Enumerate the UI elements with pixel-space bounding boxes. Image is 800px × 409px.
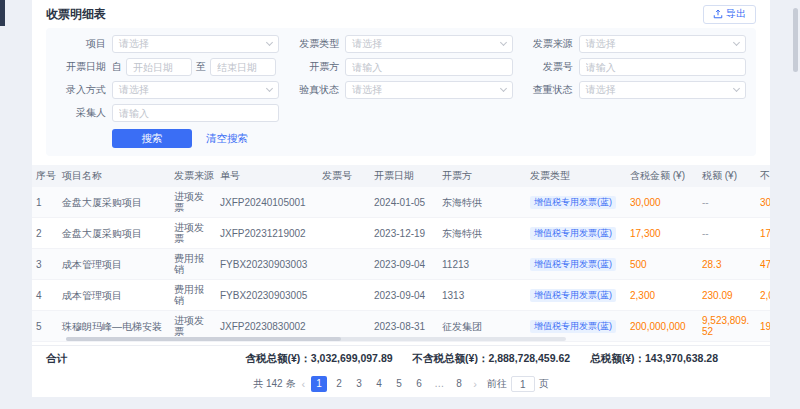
table-row[interactable]: 1金盘大厦采购项目进项发票JXFP202401050012024-01-05东海… <box>32 187 770 218</box>
collector-input[interactable] <box>112 104 279 122</box>
cell-amount: 200,000,000 <box>626 311 698 342</box>
verify-status-select[interactable]: 请选择 <box>345 81 512 99</box>
start-date-input[interactable] <box>126 58 192 76</box>
column-header-source: 发票来源 <box>170 165 216 187</box>
date-from-text: 自 <box>112 60 122 74</box>
horizontal-scrollbar-thumb[interactable] <box>66 337 341 341</box>
column-header-project: 项目名称 <box>58 165 170 187</box>
goto-page-input[interactable] <box>511 376 535 392</box>
entry-method-select[interactable]: 请选择 <box>112 81 279 99</box>
cell-net: 17,300 <box>756 218 770 249</box>
invoice-no-label: 发票号 <box>523 60 573 74</box>
cell-amount: 500 <box>626 249 698 280</box>
vertical-scrollbar-thumb[interactable] <box>793 8 798 72</box>
filter-dup-status: 查重状态 请选择 <box>523 81 746 99</box>
cell-order: FYBX20230903005 <box>216 280 318 311</box>
cell-tax: -- <box>698 218 756 249</box>
horizontal-scrollbar[interactable] <box>66 337 566 341</box>
page-button[interactable]: 6 <box>411 376 427 392</box>
column-header-tax: 税额 (¥) <box>698 165 756 187</box>
cell-invoice_no <box>318 218 370 249</box>
page-title: 收票明细表 <box>46 6 106 23</box>
goto-page: 前往 页 <box>487 376 549 392</box>
filter-entry-method: 录入方式 请选择 <box>56 81 279 99</box>
table-row[interactable]: 2金盘大厦采购项目进项发票JXFP202312190022023-12-19东海… <box>32 218 770 249</box>
chevron-down-icon <box>500 39 507 46</box>
chevron-down-icon <box>266 39 273 46</box>
pagination: 共 142 条 ‹ 123456…8 › 前往 页 <box>32 371 770 397</box>
cell-net: 471.7 <box>756 249 770 280</box>
vertical-scrollbar[interactable] <box>793 0 799 409</box>
clear-search-button[interactable]: 清空搜索 <box>206 132 248 146</box>
invoice-type-badge: 增值税专用发票(蓝) <box>530 289 616 302</box>
cell-date: 2023-09-04 <box>370 249 438 280</box>
dup-status-select[interactable]: 请选择 <box>579 81 746 99</box>
pager: 123456…8 <box>311 376 467 392</box>
filter-verify-status: 验真状态 请选择 <box>289 81 512 99</box>
dup-status-label: 查重状态 <box>523 83 573 97</box>
main-panel: 收票明细表 导出 项目 请选择 发票类型 请选择 <box>32 0 770 397</box>
cell-project: 成本管理项目 <box>58 280 170 311</box>
cell-source: 费用报销 <box>170 249 216 280</box>
issuer-label: 开票方 <box>289 60 339 74</box>
export-icon <box>713 9 723 19</box>
cell-amount: 2,300 <box>626 280 698 311</box>
entry-method-label: 录入方式 <box>56 83 106 97</box>
excl-tax-total: 不含税总额(¥)：2,888,728,459.62 <box>413 352 571 366</box>
filter-form: 项目 请选择 发票类型 请选择 发票来源 请选择 <box>56 35 746 122</box>
table-row[interactable]: 3成本管理项目费用报销FYBX202309030032023-09-041121… <box>32 249 770 280</box>
column-header-net: 不含税金额 (¥) <box>756 165 770 187</box>
end-date-input[interactable] <box>210 58 276 76</box>
cell-no: 2 <box>32 218 58 249</box>
cell-source: 费用报销 <box>170 280 216 311</box>
issuer-input[interactable] <box>345 58 512 76</box>
project-select[interactable]: 请选择 <box>112 35 279 53</box>
cell-amount: 17,300 <box>626 218 698 249</box>
column-header-order: 单号 <box>216 165 318 187</box>
next-page-button[interactable]: › <box>473 376 477 392</box>
invoice-type-select[interactable]: 请选择 <box>345 35 512 53</box>
filter-invoice-source: 发票来源 请选择 <box>523 35 746 53</box>
filter-invoice-date: 开票日期 自 至 <box>56 58 279 76</box>
page-button[interactable]: 8 <box>451 376 467 392</box>
cell-source: 进项发票 <box>170 187 216 218</box>
page-header: 收票明细表 导出 <box>32 0 770 28</box>
page-button[interactable]: 4 <box>371 376 387 392</box>
filter-project: 项目 请选择 <box>56 35 279 53</box>
cell-issuer: 东海特供 <box>438 218 526 249</box>
column-header-invoice-no: 发票号 <box>318 165 370 187</box>
page-button[interactable]: 1 <box>311 376 327 392</box>
cell-project: 金盘大厦采购项目 <box>58 218 170 249</box>
invoice-type-badge: 增值税专用发票(蓝) <box>530 320 616 333</box>
search-button[interactable]: 搜索 <box>112 129 192 148</box>
column-header-date: 开票日期 <box>370 165 438 187</box>
page-button[interactable]: 5 <box>391 376 407 392</box>
cell-type: 增值税专用发票(蓝) <box>526 218 626 249</box>
page-button[interactable]: 3 <box>351 376 367 392</box>
tax-total: 总税额(¥)：143,970,638.28 <box>590 352 718 366</box>
export-button[interactable]: 导出 <box>703 5 756 24</box>
cell-tax: 28.3 <box>698 249 756 280</box>
cell-no: 3 <box>32 249 58 280</box>
export-label: 导出 <box>726 7 746 21</box>
invoice-no-input[interactable] <box>579 58 746 76</box>
table-row[interactable]: 4成本管理项目费用报销FYBX202309030052023-09-041313… <box>32 280 770 311</box>
pager-ellipsis: … <box>431 376 447 392</box>
summary-row: 合计 含税总额(¥)：3,032,699,097.89 不含税总额(¥)：2,8… <box>32 345 770 371</box>
cell-date: 2023-09-04 <box>370 280 438 311</box>
page-button[interactable]: 2 <box>331 376 347 392</box>
cell-invoice_no <box>318 249 370 280</box>
cell-no: 5 <box>32 311 58 342</box>
cell-source: 进项发票 <box>170 218 216 249</box>
invoice-source-select[interactable]: 请选择 <box>579 35 746 53</box>
filter-invoice-no: 发票号 <box>523 58 746 76</box>
invoice-date-range: 自 至 <box>112 58 279 76</box>
chevron-down-icon <box>500 85 507 92</box>
sidebar-sliver <box>0 0 5 26</box>
cell-date: 2023-12-19 <box>370 218 438 249</box>
prev-page-button[interactable]: ‹ <box>301 376 305 392</box>
cell-net: 190,476,190.48 <box>756 311 770 342</box>
cell-tax: 230.09 <box>698 280 756 311</box>
cell-invoice_no <box>318 187 370 218</box>
cell-issuer: 11213 <box>438 249 526 280</box>
